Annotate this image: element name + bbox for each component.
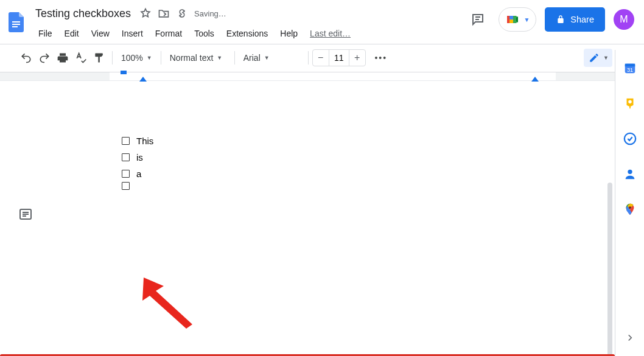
share-label: Share <box>570 15 594 24</box>
checkbox-icon[interactable] <box>122 182 130 190</box>
checklist-item[interactable] <box>122 182 556 190</box>
font-size-decrease[interactable]: − <box>313 50 329 66</box>
menu-format[interactable]: Format <box>150 26 187 41</box>
svg-rect-17 <box>629 106 631 109</box>
contacts-icon[interactable] <box>623 167 637 181</box>
font-family-value: Arial <box>243 53 261 63</box>
comments-history-icon[interactable] <box>466 7 490 32</box>
pencil-icon <box>589 52 600 63</box>
svg-rect-1 <box>12 24 20 25</box>
svg-rect-7 <box>509 16 513 19</box>
chevron-down-icon: ▼ <box>264 55 270 61</box>
chevron-down-icon: ▼ <box>603 55 609 61</box>
chevron-down-icon: ▼ <box>523 16 530 23</box>
tab-stop-marker[interactable] <box>121 71 127 74</box>
star-icon[interactable] <box>139 7 152 19</box>
svg-point-22 <box>628 206 631 209</box>
paragraph-style-combo[interactable]: Normal text ▼ <box>165 49 231 66</box>
toolbar-more-button[interactable]: ••• <box>372 49 390 66</box>
document-outline-button[interactable] <box>17 206 34 223</box>
vertical-scrollbar[interactable] <box>607 183 612 356</box>
chevron-down-icon: ▼ <box>147 55 152 61</box>
cloud-sync-icon <box>176 7 188 19</box>
zoom-value: 100% <box>121 53 143 63</box>
lock-icon <box>556 15 565 24</box>
font-size-increase[interactable]: + <box>349 50 365 66</box>
menu-file[interactable]: File <box>33 26 58 41</box>
avatar-letter: M <box>620 14 628 25</box>
undo-button[interactable] <box>17 49 35 66</box>
redo-button[interactable] <box>35 49 54 66</box>
toolbar: 100% ▼ Normal text ▼ Arial ▼ − + ••• ▼ <box>0 44 644 71</box>
checkbox-icon[interactable] <box>122 137 130 145</box>
svg-point-20 <box>628 170 632 174</box>
svg-rect-15 <box>625 64 635 67</box>
menu-view[interactable]: View <box>86 26 115 41</box>
tasks-icon[interactable] <box>623 131 637 146</box>
calendar-icon[interactable]: 31 <box>623 61 637 75</box>
docs-logo[interactable] <box>5 5 29 38</box>
maps-icon[interactable] <box>623 202 637 217</box>
menu-help[interactable]: Help <box>275 26 303 41</box>
right-indent-marker[interactable] <box>531 77 539 82</box>
print-button[interactable] <box>54 49 72 66</box>
left-indent-marker[interactable] <box>139 77 147 82</box>
svg-rect-2 <box>12 26 18 27</box>
document-page[interactable]: This is a <box>110 90 556 352</box>
paragraph-style-value: Normal text <box>170 53 214 63</box>
font-size-input[interactable] <box>329 50 349 66</box>
menu-tools[interactable]: Tools <box>189 26 220 41</box>
font-family-combo[interactable]: Arial ▼ <box>239 49 304 66</box>
menu-insert[interactable]: Insert <box>116 26 149 41</box>
checkbox-icon[interactable] <box>122 170 130 178</box>
spellcheck-button[interactable] <box>72 49 90 66</box>
menu-edit[interactable]: Edit <box>59 26 85 41</box>
keep-icon[interactable] <box>623 96 637 111</box>
svg-text:31: 31 <box>626 67 632 73</box>
meet-icon <box>505 12 520 27</box>
svg-rect-0 <box>12 21 20 23</box>
meet-button[interactable]: ▼ <box>499 7 536 32</box>
checklist-text: This <box>136 133 153 149</box>
zoom-combo[interactable]: 100% ▼ <box>116 49 157 66</box>
checklist-item[interactable]: This <box>122 133 556 149</box>
show-side-panel-button[interactable] <box>620 328 640 347</box>
avatar[interactable]: M <box>614 9 634 30</box>
side-panel: 31 <box>615 50 644 356</box>
chevron-down-icon: ▼ <box>217 55 222 61</box>
font-size-group: − + <box>312 49 366 66</box>
document-title[interactable]: Testing checkboxes <box>33 7 133 21</box>
checklist-item[interactable]: a <box>122 166 556 182</box>
checklist-text: a <box>136 166 141 182</box>
share-button[interactable]: Share <box>545 7 605 32</box>
menubar: File Edit View Insert Format Tools Exten… <box>33 24 466 43</box>
move-icon[interactable] <box>158 7 170 19</box>
checkbox-icon[interactable] <box>122 153 130 161</box>
saving-status: Saving… <box>194 9 226 18</box>
editing-mode-button[interactable]: ▼ <box>584 49 612 67</box>
svg-point-18 <box>628 100 632 104</box>
svg-rect-5 <box>507 16 509 23</box>
checklist-item[interactable]: is <box>122 149 556 166</box>
menu-extensions[interactable]: Extensions <box>221 26 273 41</box>
horizontal-ruler[interactable] <box>0 72 644 81</box>
paint-format-button[interactable] <box>90 49 108 66</box>
checklist-text: is <box>136 149 143 166</box>
last-edit-link[interactable]: Last edit… <box>304 26 356 41</box>
